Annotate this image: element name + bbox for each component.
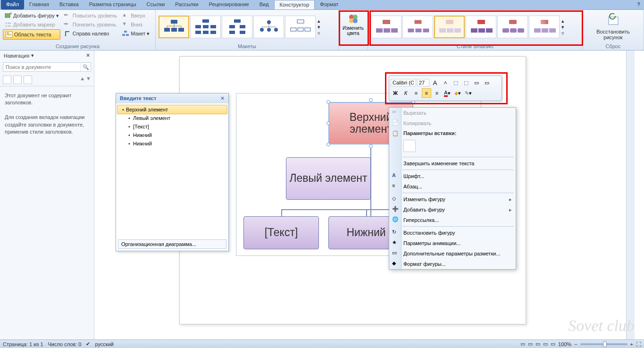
tab-review[interactable]: Рецензирование [204, 0, 254, 9]
view-web-icon[interactable]: ▭ [535, 341, 540, 347]
move-down-button[interactable]: ▼Вниз [120, 20, 151, 29]
search-icon[interactable]: 🔍 [80, 63, 91, 71]
text-pane-button[interactable]: Область текста [3, 29, 60, 40]
ctx-cut[interactable]: ✂Вырезать [389, 108, 516, 118]
font-size-input[interactable] [417, 79, 429, 86]
style-gallery-more[interactable]: ▿ [560, 30, 565, 36]
nav-prev-icon[interactable]: ▲ [80, 76, 85, 84]
tab-page-layout[interactable]: Разметка страницы [84, 0, 142, 9]
layout-option-3[interactable] [222, 16, 252, 38]
nav-search[interactable]: 🔍 [3, 62, 91, 72]
move-up-button[interactable]: ▲Вверх [120, 11, 151, 20]
rtl-button[interactable]: Справа налево [62, 29, 119, 38]
vertical-scrollbar[interactable] [626, 51, 635, 340]
add-bullet-button[interactable]: Добавить маркер [3, 20, 60, 29]
te-item-1[interactable]: Левый элемент [116, 114, 228, 122]
selection-handle[interactable] [326, 121, 330, 125]
nav-search-input[interactable] [3, 63, 80, 71]
nav-view-headings[interactable] [3, 76, 11, 84]
nav-dropdown-icon[interactable]: ▾ [31, 52, 34, 59]
format-painter-icon[interactable]: ⬚ [461, 78, 471, 87]
style-gallery-up[interactable]: ▴ [560, 18, 565, 24]
layout-option-2[interactable] [190, 16, 221, 38]
font-color-icon[interactable]: A▾ [443, 88, 452, 98]
change-colors-button[interactable]: Изменить цвета [340, 11, 367, 37]
tab-format[interactable]: Формат [315, 0, 343, 9]
view-outline-icon[interactable]: ▭ [543, 341, 548, 347]
style-option-5[interactable] [497, 16, 528, 38]
nav-next-icon[interactable]: ▼ [86, 76, 91, 84]
demote-button[interactable]: ➡Понизить уровень [62, 20, 119, 29]
bold-icon[interactable]: Ж [391, 88, 400, 98]
layout-gallery-more[interactable]: ▿ [317, 30, 321, 36]
shrink-font-icon[interactable]: A [441, 78, 450, 87]
zoom-in-icon[interactable]: + [630, 341, 633, 347]
ctx-finish-text[interactable]: Завершить изменение текста [389, 158, 516, 169]
tab-home[interactable]: Главная [24, 0, 54, 9]
text-entry-close-icon[interactable]: ✕ [220, 95, 225, 102]
layout-option-4[interactable] [253, 16, 284, 38]
te-item-3[interactable]: Нижний [116, 131, 228, 139]
view-read-icon[interactable]: ▭ [528, 341, 533, 347]
style-option-6[interactable] [529, 16, 560, 38]
layout-option-5[interactable] [285, 16, 316, 38]
zoom-out-icon[interactable]: − [574, 341, 577, 347]
smartart-node-b1[interactable]: [Текст] [243, 216, 319, 249]
fullscreen-icon[interactable]: ⛶ [636, 341, 641, 347]
zoom-slider[interactable] [580, 343, 627, 345]
selection-handle[interactable] [369, 98, 373, 102]
ctx-restore-shape[interactable]: ↻Восстановить фигуру [389, 228, 516, 238]
align-right-icon[interactable]: ≡ [432, 88, 442, 98]
bring-forward-icon[interactable]: ▭ [472, 78, 481, 87]
nav-close-icon[interactable]: ✕ [86, 52, 90, 59]
italic-icon[interactable]: К [401, 88, 410, 98]
send-backward-icon[interactable]: ▭ [482, 78, 492, 87]
ctx-layout-extra[interactable]: ▭Дополнительные параметры разметки... [389, 248, 516, 259]
nav-view-pages[interactable] [13, 76, 22, 84]
te-item-0[interactable]: Верхний элемент [117, 105, 227, 114]
tab-insert[interactable]: Вставка [54, 0, 84, 9]
promote-button[interactable]: ⬅Повысить уровень [62, 11, 119, 20]
layout-dropdown[interactable]: Макет ▾ [120, 29, 151, 38]
view-draft-icon[interactable]: ▭ [551, 341, 555, 347]
layout-gallery-down[interactable]: ▾ [317, 24, 321, 30]
te-item-4[interactable]: Нижний [116, 139, 228, 148]
tab-mailings[interactable]: Рассылки [170, 0, 203, 9]
change-case-icon[interactable]: ⬚ [451, 78, 460, 87]
shape-outline-icon[interactable]: ✎▾ [463, 88, 473, 98]
status-spellcheck-icon[interactable]: ✔ [86, 341, 90, 347]
tab-references[interactable]: Ссылки [142, 0, 170, 9]
shape-fill-icon[interactable]: ◆▾ [453, 88, 462, 98]
style-option-1[interactable] [371, 16, 401, 38]
align-center-icon[interactable]: ≡ [422, 88, 431, 98]
style-option-4[interactable] [466, 16, 496, 38]
font-name-input[interactable] [391, 79, 416, 86]
tab-file[interactable]: Файл [1, 0, 24, 9]
tab-design[interactable]: Конструктор [274, 0, 315, 9]
ctx-animation[interactable]: ★Параметры анимации... [389, 238, 516, 248]
paste-option-1[interactable] [403, 140, 416, 152]
ctx-hyperlink[interactable]: 🌐Гиперссылка... [389, 215, 516, 225]
layout-option-1[interactable] [159, 16, 189, 38]
status-words[interactable]: Число слов: 0 [48, 341, 82, 347]
ctx-add-shape[interactable]: ➕Добавить фигуру▸ [389, 204, 516, 215]
add-shape-button[interactable]: +Добавить фигуру ▾ [3, 11, 60, 20]
view-print-icon[interactable]: ▭ [520, 341, 525, 347]
smartart-node-left[interactable]: Левый элемент [286, 157, 371, 200]
grow-font-icon[interactable]: A [430, 78, 440, 87]
ctx-copy[interactable]: 📄Копировать [389, 118, 516, 128]
status-language[interactable]: русский [95, 341, 113, 347]
selection-handle[interactable] [326, 100, 330, 104]
ctx-font[interactable]: AШрифт... [389, 171, 516, 181]
ctx-format-shape[interactable]: ◆Формат фигуры... [389, 259, 516, 269]
style-gallery-down[interactable]: ▾ [560, 24, 565, 30]
layout-gallery-up[interactable]: ▴ [317, 18, 321, 24]
selection-handle[interactable] [369, 144, 373, 148]
ctx-change-shape[interactable]: ◇Изменить фигуру▸ [389, 194, 516, 204]
selection-handle[interactable] [326, 143, 330, 146]
te-item-2[interactable]: [Текст] [116, 122, 228, 131]
status-page[interactable]: Страница: 1 из 1 [3, 341, 43, 347]
text-entry-footer[interactable]: Организационная диаграмма... [118, 239, 226, 249]
align-left-icon[interactable]: ≡ [411, 88, 421, 98]
style-option-2[interactable] [402, 16, 433, 38]
